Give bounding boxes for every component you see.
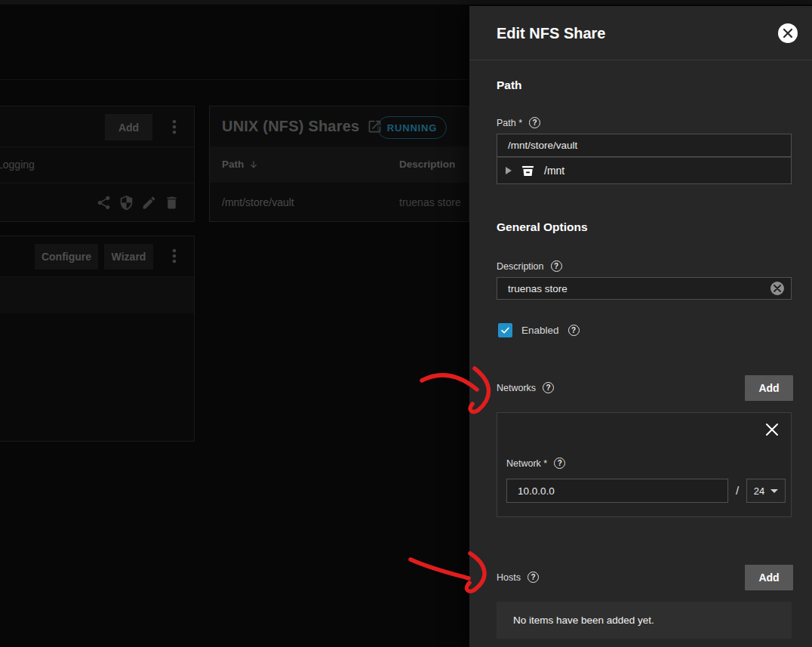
help-icon[interactable]	[554, 458, 565, 469]
panel-header: Edit NFS Share	[469, 6, 812, 60]
hosts-add-button[interactable]: Add	[745, 565, 793, 590]
service-status-badge[interactable]: RUNNING	[377, 116, 447, 139]
config-card-row	[0, 277, 194, 313]
enabled-row: Enabled	[498, 323, 580, 337]
expand-arrow-icon[interactable]	[506, 167, 512, 174]
panel-title: Edit NFS Share	[497, 6, 605, 60]
hosts-label: Hosts	[497, 572, 539, 583]
enabled-label: Enabled	[521, 325, 559, 336]
nfs-table-header: Path Description	[210, 146, 469, 183]
prefix-value: 24	[754, 485, 764, 497]
kebab-menu-icon[interactable]	[164, 116, 185, 137]
share-actions-row	[0, 183, 187, 222]
cell-description: truenas store	[399, 183, 461, 222]
hosts-empty-message: No items have been added yet.	[497, 602, 792, 639]
help-icon[interactable]	[529, 117, 540, 128]
path-tree-node[interactable]: /mnt	[497, 157, 792, 184]
close-icon[interactable]	[778, 23, 798, 43]
window-top-edge	[0, 0, 812, 5]
description-field-label: Description	[497, 260, 562, 272]
path-field-label: Path *	[497, 117, 540, 128]
description-input[interactable]: truenas store	[497, 277, 792, 300]
help-icon[interactable]	[543, 382, 554, 393]
nfs-card-title: UNIX (NFS) Shares	[222, 118, 359, 135]
networks-label: Networks	[497, 382, 554, 393]
general-options-heading: General Options	[497, 220, 588, 234]
configure-button[interactable]: Configure	[35, 244, 98, 270]
network-entry-card: Network * 10.0.0.0 / 24	[497, 412, 792, 517]
wizard-button[interactable]: Wizard	[104, 244, 153, 270]
networks-add-button[interactable]: Add	[745, 375, 793, 401]
edit-pencil-icon[interactable]	[141, 195, 157, 211]
delete-trash-icon[interactable]	[164, 195, 180, 211]
edit-nfs-share-panel: Edit NFS Share Path Path * /mnt/store/va…	[469, 6, 812, 647]
share-icon[interactable]	[96, 195, 112, 211]
enabled-checkbox[interactable]	[498, 323, 512, 337]
help-icon[interactable]	[551, 260, 562, 272]
sharing-row-label: Logging	[0, 146, 35, 183]
sort-down-icon	[248, 159, 259, 170]
help-icon[interactable]	[527, 572, 539, 583]
path-input[interactable]: /mnt/store/vault	[497, 134, 792, 157]
shield-icon[interactable]	[118, 195, 134, 211]
dataset-icon	[520, 163, 536, 179]
table-row[interactable]: /mnt/store/vault truenas store	[210, 183, 469, 222]
help-icon[interactable]	[568, 325, 580, 336]
tree-node-label: /mnt	[544, 165, 564, 177]
network-input[interactable]: 10.0.0.0	[506, 479, 728, 503]
red-arrow-hosts	[411, 559, 469, 578]
toolbar-divider	[0, 79, 469, 80]
sharing-add-button[interactable]: Add	[105, 114, 152, 140]
kebab-menu-icon[interactable]	[164, 245, 185, 267]
sharing-card: Add Logging	[0, 106, 195, 222]
nfs-shares-card: UNIX (NFS) Shares RUNNING Path Descripti…	[209, 106, 469, 222]
config-card: Configure Wizard	[0, 236, 195, 442]
remove-network-icon[interactable]	[764, 421, 780, 438]
cell-path: /mnt/store/vault	[222, 183, 294, 222]
prefix-length-select[interactable]: 24	[746, 479, 786, 503]
column-header-path[interactable]: Path	[222, 146, 259, 183]
chevron-down-icon	[770, 489, 778, 493]
cidr-separator: /	[736, 479, 739, 503]
column-header-description[interactable]: Description	[399, 146, 455, 183]
truenas-screen: Add Logging Configure Wizard	[0, 0, 812, 647]
network-field-label: Network *	[506, 458, 565, 469]
path-section-heading: Path	[497, 79, 522, 92]
clear-input-icon[interactable]	[770, 282, 784, 295]
